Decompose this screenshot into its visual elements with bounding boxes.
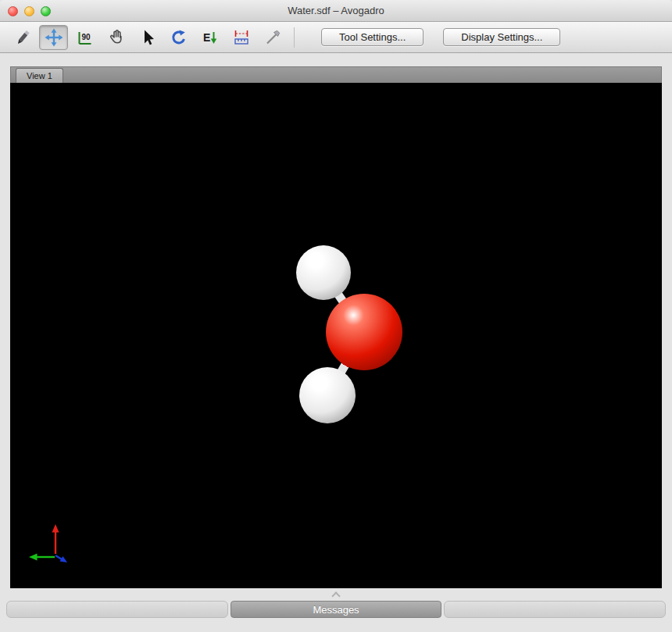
view-tab-bar: View 1 [10,66,662,83]
angle-90-icon: 90 [76,28,95,47]
chevron-up-icon [331,591,340,600]
hand-icon [107,28,126,47]
messages-splitter: Messages [6,601,666,618]
tool-settings-button[interactable]: Tool Settings... [321,28,424,46]
rotate-icon [170,28,188,47]
bottom-bar: Messages [0,588,672,632]
manipulate-tool-button[interactable] [102,25,130,50]
bond-centric-tool-button[interactable]: 90 [70,25,99,50]
window-title: Water.sdf – Avogadro [288,5,384,16]
zoom-button[interactable] [41,6,51,16]
navigate-icon [45,28,63,47]
splitter-grip-left [6,601,228,618]
align-tool-button[interactable] [258,25,287,50]
svg-text:E: E [203,31,210,44]
window-controls [8,6,51,16]
atom-H [299,367,356,423]
toolbar-divider [294,27,295,48]
titlebar: Water.sdf – Avogadro [0,0,672,22]
display-settings-button[interactable]: Display Settings... [443,28,560,46]
gl-viewport[interactable] [10,83,662,588]
messages-label: Messages [313,604,359,616]
measure-icon [232,28,251,47]
align-icon [263,28,282,47]
toolbar: 90 [0,22,672,53]
selection-tool-button[interactable] [133,25,162,50]
auto-optimize-tool-button[interactable]: E [195,25,224,50]
pencil-icon [13,28,32,47]
minimize-button[interactable] [24,6,34,16]
close-button[interactable] [8,6,18,16]
tab-view-1[interactable]: View 1 [16,68,63,83]
measure-tool-button[interactable] [227,25,256,50]
optimize-icon: E [201,28,220,47]
cursor-icon [138,28,157,47]
draw-tool-button[interactable] [8,25,37,50]
auto-rotate-tool-button[interactable] [164,25,193,50]
atom-O [326,294,402,370]
splitter-grip-right [444,601,666,618]
svg-text:90: 90 [81,33,91,41]
molecule-layer [10,83,662,588]
avogadro-window: Water.sdf – Avogadro [0,0,672,632]
navigate-tool-button[interactable] [39,25,68,50]
atom-H [296,245,351,300]
messages-panel-button[interactable]: Messages [231,601,441,618]
axes-indicator [27,521,74,568]
content-area: View 1 [10,66,662,588]
